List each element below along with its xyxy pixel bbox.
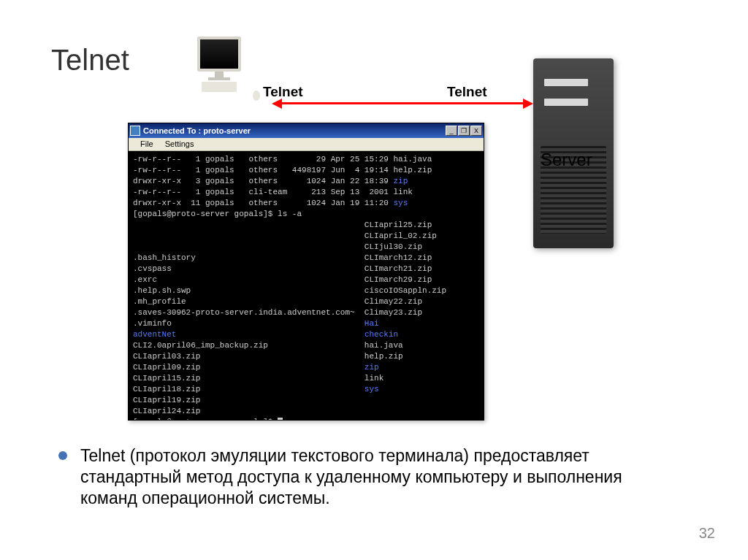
bullet-icon xyxy=(58,451,67,460)
page-number: 32 xyxy=(699,525,715,542)
window-title: Connected To : proto-server xyxy=(143,126,446,135)
menu-file[interactable]: File xyxy=(134,138,159,150)
telnet-label-left: Telnet xyxy=(263,84,303,100)
minimize-button[interactable]: _ xyxy=(446,126,457,136)
menu-bar: File Settings xyxy=(129,138,484,151)
telnet-label-right: Telnet xyxy=(447,84,487,100)
close-button[interactable]: X xyxy=(470,126,482,136)
window-icon xyxy=(130,126,140,136)
description-text: Telnet (протокол эмуляции текстового тер… xyxy=(80,445,672,508)
slide-title: Telnet xyxy=(51,44,129,77)
desktop-computer-icon xyxy=(183,37,256,102)
window-titlebar: Connected To : proto-server _ ❐ X xyxy=(129,123,484,138)
terminal-window: Connected To : proto-server _ ❐ X File S… xyxy=(128,123,484,421)
description-bullet: Telnet (протокол эмуляции текстового тер… xyxy=(58,445,672,508)
connection-line xyxy=(278,102,526,104)
terminal-output: -rw-r--r-- 1 gopals others 29 Apr 25 15:… xyxy=(129,151,484,420)
menu-settings[interactable]: Settings xyxy=(159,138,200,150)
arrow-right-icon xyxy=(523,99,533,109)
maximize-button[interactable]: ❐ xyxy=(458,126,470,136)
diagram: Telnet Telnet xyxy=(124,37,650,117)
server-label: Server xyxy=(541,150,592,170)
